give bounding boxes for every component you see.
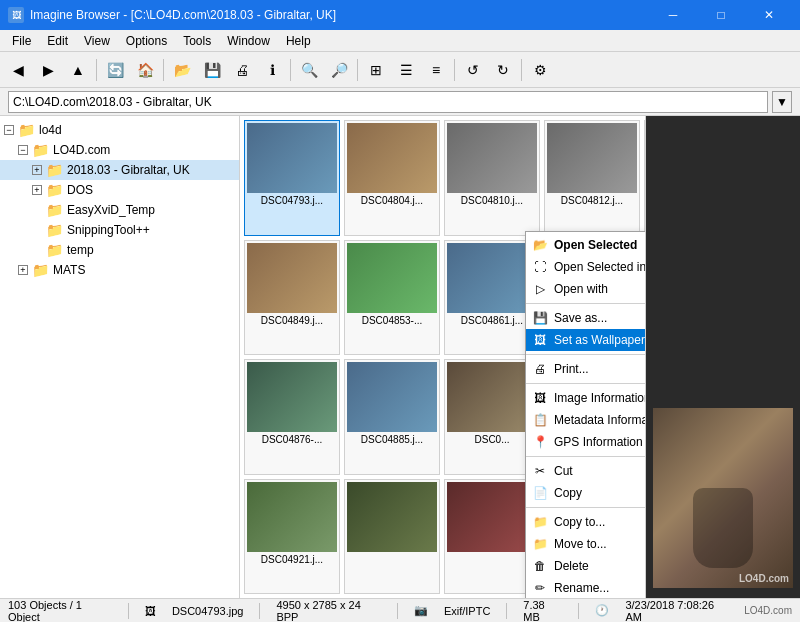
sidebar-item-label-temp: temp [67, 243, 94, 257]
thumbnail-4[interactable]: DSC04812.j... [544, 120, 640, 236]
tree-expand-lo4dcom[interactable]: − [18, 145, 28, 155]
ctx-image-info[interactable]: 🖼 Image Information [526, 387, 645, 409]
maximize-button[interactable]: □ [698, 0, 744, 30]
up-button[interactable]: ▲ [64, 56, 92, 84]
thumbnail-6[interactable]: DSC04849.j... [244, 240, 340, 356]
title-bar-text: Imagine Browser - [C:\LO4D.com\2018.03 -… [30, 8, 336, 22]
menu-help[interactable]: Help [278, 32, 319, 50]
thumbnail-3[interactable]: DSC04810.j... [444, 120, 540, 236]
ctx-delete[interactable]: 🗑 Delete [526, 555, 645, 577]
sidebar-item-gibraltar[interactable]: + 📁 2018.03 - Gibraltar, UK [0, 160, 239, 180]
content-area: DSC04793.j... DSC04804.j... DSC04810.j..… [240, 116, 645, 598]
rotate-right-button[interactable]: ↻ [489, 56, 517, 84]
copyto-icon: 📁 [532, 514, 548, 530]
preview-image: LO4D.com [653, 408, 793, 588]
settings-button[interactable]: ⚙ [526, 56, 554, 84]
sidebar-item-mats[interactable]: + 📁 MATS [0, 260, 239, 280]
tree-expand-gibraltar[interactable]: + [32, 165, 42, 175]
sidebar-item-dos[interactable]: + 📁 DOS [0, 180, 239, 200]
cut-icon: ✂ [532, 463, 548, 479]
ctx-copy-to[interactable]: 📁 Copy to... [526, 511, 645, 533]
app-icon: 🖼 [8, 7, 24, 23]
info-button[interactable]: ℹ [258, 56, 286, 84]
open-button[interactable]: 📂 [168, 56, 196, 84]
thumb-label-16: DSC04921.j... [247, 554, 337, 565]
ctx-cut-label: Cut [554, 464, 573, 478]
sidebar-item-temp[interactable]: 📁 temp [0, 240, 239, 260]
print-button[interactable]: 🖨 [228, 56, 256, 84]
thumb-image-12 [347, 362, 437, 432]
back-button[interactable]: ◀ [4, 56, 32, 84]
ctx-save-as[interactable]: 💾 Save as... [526, 307, 645, 329]
ctx-move-to[interactable]: 📁 Move to... [526, 533, 645, 555]
sidebar: − 📁 lo4d − 📁 LO4D.com + 📁 2018.03 - Gibr… [0, 116, 240, 598]
view-list-button[interactable]: ☰ [392, 56, 420, 84]
thumbnail-7[interactable]: DSC04853-... [344, 240, 440, 356]
ctx-delete-label: Delete [554, 559, 589, 573]
folder-icon-7: 📁 [46, 242, 63, 258]
thumbnail-11[interactable]: DSC04876-... [244, 359, 340, 475]
thumb-image-16 [247, 482, 337, 552]
ctx-cut[interactable]: ✂ Cut [526, 460, 645, 482]
thumb-label-7: DSC04853-... [347, 315, 437, 326]
address-dropdown[interactable]: ▼ [772, 91, 792, 113]
menu-edit[interactable]: Edit [39, 32, 76, 50]
zoom-in-button[interactable]: 🔍 [295, 56, 323, 84]
thumbnail-17[interactable] [344, 479, 440, 595]
menu-window[interactable]: Window [219, 32, 278, 50]
ctx-set-wallpaper[interactable]: 🖼 Set as Wallpaper ▶ ▣ Wallpaper Centere… [526, 329, 645, 351]
home-button[interactable]: 🏠 [131, 56, 159, 84]
ctx-gps-info[interactable]: 📍 GPS Information [526, 431, 645, 453]
ctx-open-selected-label: Open Selected [554, 238, 637, 252]
ctx-copy[interactable]: 📄 Copy [526, 482, 645, 504]
ctx-metadata-info-label: Metadata Information [554, 413, 645, 427]
zoom-out-button[interactable]: 🔎 [325, 56, 353, 84]
image-info-icon: 🖼 [532, 390, 548, 406]
fullscreen-icon: ⛶ [532, 259, 548, 275]
folder-icon-5: 📁 [46, 202, 63, 218]
menu-file[interactable]: File [4, 32, 39, 50]
view-detail-button[interactable]: ≡ [422, 56, 450, 84]
minimize-button[interactable]: ─ [650, 0, 696, 30]
sidebar-item-easyxvid[interactable]: 📁 EasyXviD_Temp [0, 200, 239, 220]
close-button[interactable]: ✕ [746, 0, 792, 30]
sidebar-item-lo4dcom[interactable]: − 📁 LO4D.com [0, 140, 239, 160]
preview-pane: LO4D.com [645, 116, 800, 598]
status-filesize: 7.38 MB [523, 599, 562, 623]
menu-options[interactable]: Options [118, 32, 175, 50]
ctx-rename[interactable]: ✏ Rename... [526, 577, 645, 598]
refresh-button[interactable]: 🔄 [101, 56, 129, 84]
title-bar-controls[interactable]: ─ □ ✕ [650, 0, 792, 30]
thumbnail-2[interactable]: DSC04804.j... [344, 120, 440, 236]
view-grid-button[interactable]: ⊞ [362, 56, 390, 84]
ctx-open-with[interactable]: ▷ Open with ▶ [526, 278, 645, 300]
status-watermark: LO4D.com [744, 605, 792, 616]
thumbnail-1[interactable]: DSC04793.j... [244, 120, 340, 236]
menu-tools[interactable]: Tools [175, 32, 219, 50]
sidebar-item-lo4d[interactable]: − 📁 lo4d [0, 120, 239, 140]
ctx-metadata-info[interactable]: 📋 Metadata Information [526, 409, 645, 431]
ctx-sep-4 [526, 456, 645, 457]
save-button[interactable]: 💾 [198, 56, 226, 84]
toolbar-sep-6 [521, 59, 522, 81]
tree-expand-dos[interactable]: + [32, 185, 42, 195]
thumbnail-12[interactable]: DSC04885.j... [344, 359, 440, 475]
tree-expand-lo4d[interactable]: − [4, 125, 14, 135]
thumbnail-16[interactable]: DSC04921.j... [244, 479, 340, 595]
thumbnail-5[interactable] [644, 120, 645, 236]
title-bar-left: 🖼 Imagine Browser - [C:\LO4D.com\2018.03… [8, 7, 336, 23]
sidebar-item-snipping[interactable]: 📁 SnippingTool++ [0, 220, 239, 240]
status-datetime: 3/23/2018 7:08:26 AM [625, 599, 728, 623]
ctx-open-selected[interactable]: 📂 Open Selected [526, 234, 645, 256]
ctx-print[interactable]: 🖨 Print... [526, 358, 645, 380]
main-content: − 📁 lo4d − 📁 LO4D.com + 📁 2018.03 - Gibr… [0, 116, 800, 598]
status-bar: 103 Objects / 1 Object 🖼 DSC04793.jpg 49… [0, 598, 800, 622]
thumb-label-6: DSC04849.j... [247, 315, 337, 326]
ctx-open-fullscreen[interactable]: ⛶ Open Selected in Full Screen [526, 256, 645, 278]
status-sep-5 [578, 603, 579, 619]
menu-view[interactable]: View [76, 32, 118, 50]
forward-button[interactable]: ▶ [34, 56, 62, 84]
address-input[interactable] [8, 91, 768, 113]
rotate-left-button[interactable]: ↺ [459, 56, 487, 84]
tree-expand-mats[interactable]: + [18, 265, 28, 275]
